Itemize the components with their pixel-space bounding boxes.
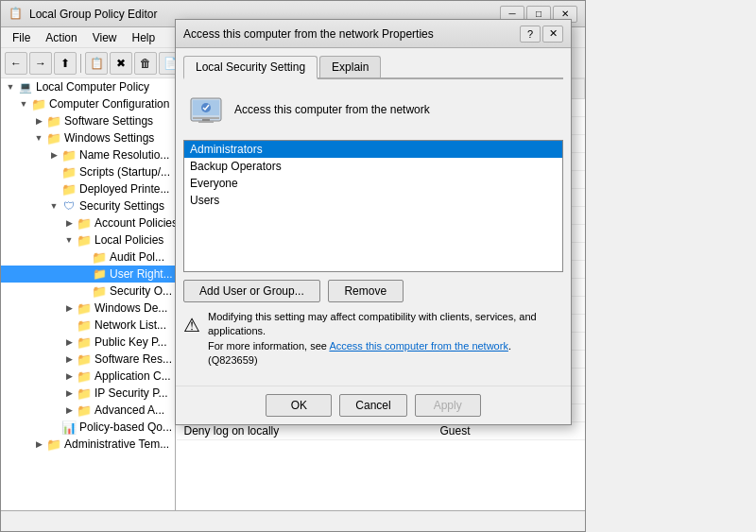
tree-item-public-key[interactable]: ▶ 📁 Public Key P... — [1, 334, 175, 351]
tab-explain[interactable]: Explain — [319, 56, 381, 77]
warning-link[interactable]: Access this computer from the network — [329, 340, 508, 352]
tree-item-ip-security[interactable]: ▶ 📁 IP Security P... — [1, 385, 175, 402]
tree-label-admin-templates: Administrative Tem... — [64, 438, 169, 451]
tree-label-ip-security: IP Security P... — [94, 386, 168, 400]
tree-item-deployed-printers[interactable]: ▶ 📁 Deployed Printe... — [1, 180, 175, 197]
tree-label-public-key: Public Key P... — [94, 335, 167, 349]
tree-item-name-resolution[interactable]: ▶ 📁 Name Resolutio... — [1, 146, 175, 163]
scripts-icon: 📁 — [61, 164, 77, 180]
computer-config-expander[interactable]: ▼ — [16, 96, 31, 112]
warning-link-suffix: . — [508, 340, 511, 352]
ip-security-icon: 📁 — [77, 386, 92, 401]
tree-item-windows-defender[interactable]: ▶ 📁 Windows De... — [1, 300, 175, 317]
local-policies-icon: 📁 — [77, 232, 92, 248]
menu-view[interactable]: View — [85, 29, 125, 46]
delete-button[interactable]: ✖ — [110, 52, 132, 75]
tree-item-scripts[interactable]: ▶ 📁 Scripts (Startup/... — [1, 163, 175, 180]
tree-label-security-options: Security O... — [110, 284, 172, 298]
properties-dialog: Access this computer from the network Pr… — [175, 19, 572, 425]
tree-label-computer-config: Computer Configuration — [49, 97, 169, 111]
back-button[interactable]: ← — [5, 52, 27, 75]
local-policies-expander[interactable]: ▼ — [61, 232, 77, 248]
root-expander[interactable]: ▼ — [3, 79, 18, 94]
dialog-tab-bar: Local Security Setting Explain — [183, 56, 563, 79]
cancel-button[interactable]: Cancel — [339, 394, 406, 417]
tree-item-software-restriction[interactable]: ▶ 📁 Software Res... — [1, 351, 175, 368]
menu-help[interactable]: Help — [125, 29, 163, 46]
deployed-printers-icon: 📁 — [61, 181, 77, 197]
software-restriction-icon: 📁 — [77, 352, 92, 367]
account-policies-icon: 📁 — [77, 215, 92, 231]
ip-security-expander[interactable]: ▶ — [61, 386, 77, 401]
tree-item-account-policies[interactable]: ▶ 📁 Account Policies — [1, 215, 175, 232]
forward-button[interactable]: → — [29, 52, 52, 75]
tree-item-computer-config[interactable]: ▼ 📁 Computer Configuration — [1, 95, 175, 112]
windows-settings-icon: 📁 — [46, 130, 61, 146]
tree-item-security-settings[interactable]: ▼ 🛡 Security Settings — [1, 197, 175, 215]
tree-item-user-rights[interactable]: ▶ 📁 User Right... — [1, 266, 175, 283]
dialog-help-button[interactable]: ? — [520, 26, 541, 43]
tree-label-name-resolution: Name Resolutio... — [79, 148, 169, 162]
up-button[interactable]: ⬆ — [54, 52, 77, 75]
properties-button[interactable]: 🗑 — [134, 52, 157, 75]
tree-item-network-list[interactable]: ▶ 📁 Network List... — [1, 317, 175, 334]
tree-label-user-rights: User Right... — [110, 267, 173, 281]
computer-config-icon: 📁 — [31, 96, 46, 112]
list-item[interactable]: Everyone — [184, 175, 562, 192]
advanced-audit-icon: 📁 — [77, 403, 92, 418]
apply-button[interactable]: Apply — [415, 394, 481, 417]
public-key-expander[interactable]: ▶ — [61, 335, 77, 350]
tree-label-windows-defender: Windows De... — [94, 301, 167, 315]
tree-label-network-list: Network List... — [94, 318, 166, 332]
tree-item-windows-settings[interactable]: ▼ 📁 Windows Settings — [1, 129, 175, 146]
remove-button[interactable]: Remove — [328, 280, 404, 302]
tree-item-security-options[interactable]: ▶ 📁 Security O... — [1, 283, 175, 300]
tree-label-windows-settings: Windows Settings — [64, 131, 154, 145]
svg-rect-4 — [198, 121, 214, 123]
advanced-audit-expander[interactable]: ▶ — [61, 403, 77, 418]
tree-root-label: Local Computer Policy — [36, 80, 149, 94]
app-control-expander[interactable]: ▶ — [61, 369, 77, 384]
warning-icon: ⚠ — [183, 312, 200, 338]
add-remove-buttons: Add User or Group... Remove — [183, 280, 563, 302]
list-item[interactable]: Users — [184, 192, 562, 209]
tree-item-admin-templates[interactable]: ▶ 📁 Administrative Tem... — [1, 436, 175, 453]
menu-file[interactable]: File — [5, 29, 38, 46]
menu-action[interactable]: Action — [38, 29, 84, 46]
dialog-close-button[interactable]: ✕ — [542, 26, 563, 43]
warning-code: (Q823659) — [208, 354, 258, 366]
security-options-icon: 📁 — [92, 283, 107, 299]
tree-item-policy-based-qos[interactable]: ▶ 📊 Policy-based Qo... — [1, 419, 175, 436]
account-policies-expander[interactable]: ▶ — [61, 215, 77, 231]
dialog-header-title: Access this computer from the network — [234, 103, 430, 116]
tree-label-audit-pol: Audit Pol... — [110, 250, 164, 264]
tree-item-audit-pol[interactable]: ▶ 📁 Audit Pol... — [1, 249, 175, 266]
tree-item-local-policies[interactable]: ▼ 📁 Local Policies — [1, 232, 175, 249]
dialog-title: Access this computer from the network Pr… — [183, 27, 518, 41]
warning-text: Modifying this setting may affect compat… — [208, 311, 537, 336]
software-restriction-expander[interactable]: ▶ — [61, 352, 77, 367]
windows-settings-expander[interactable]: ▼ — [31, 130, 46, 146]
add-user-button[interactable]: Add User or Group... — [183, 280, 320, 302]
show-hide-button[interactable]: 📋 — [85, 52, 108, 75]
ok-button[interactable]: OK — [266, 394, 332, 417]
list-item[interactable]: Administrators — [184, 141, 562, 158]
windows-defender-icon: 📁 — [77, 300, 92, 316]
root-icon: 💻 — [18, 79, 33, 94]
security-settings-expander[interactable]: ▼ — [46, 198, 61, 214]
user-group-listbox[interactable]: AdministratorsBackup OperatorsEveryoneUs… — [183, 140, 563, 272]
warning-more-info: For more information, see — [208, 340, 329, 352]
name-resolution-icon: 📁 — [61, 147, 77, 163]
windows-defender-expander[interactable]: ▶ — [61, 300, 77, 316]
list-item[interactable]: Backup Operators — [184, 158, 562, 175]
tree-item-advanced-audit[interactable]: ▶ 📁 Advanced A... — [1, 402, 175, 419]
name-resolution-expander[interactable]: ▶ — [46, 147, 61, 163]
software-settings-expander[interactable]: ▶ — [31, 113, 46, 129]
user-rights-icon: 📁 — [92, 266, 107, 282]
tree-item-software-settings[interactable]: ▶ 📁 Software Settings — [1, 112, 175, 129]
tree-label-advanced-audit: Advanced A... — [94, 403, 164, 417]
tab-local-security[interactable]: Local Security Setting — [183, 56, 318, 79]
tree-root[interactable]: ▼ 💻 Local Computer Policy — [1, 78, 175, 95]
admin-templates-expander[interactable]: ▶ — [31, 437, 46, 452]
tree-item-application-control[interactable]: ▶ 📁 Application C... — [1, 368, 175, 385]
